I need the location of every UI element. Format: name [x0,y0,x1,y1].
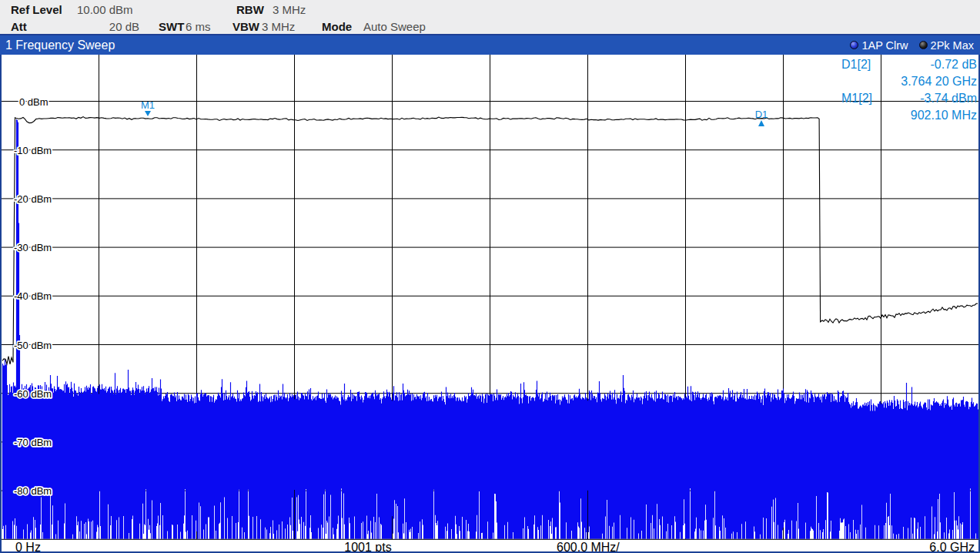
settings-header: Ref Level 10.00 dBm RBW 3 MHz Att 20 dB … [0,0,980,34]
svg-text:-60 dBm: -60 dBm [14,388,52,400]
svg-text:-40 dBm: -40 dBm [14,290,52,302]
delta-marker-freq: 3.764 20 GHz [901,73,977,90]
delta-marker-level: -0.72 dB [931,56,977,73]
trace2-color-icon [919,41,928,49]
marker-d1-glyph[interactable]: D1 [753,109,770,126]
spectrum-display: 0 dBm-10 dBm-20 dBm-30 dBm-40 dBm-50 dBm… [0,55,980,553]
spectrum-plot-svg: 0 dBm-10 dBm-20 dBm-30 dBm-40 dBm-50 dBm… [0,55,980,553]
vbw-value[interactable]: 3 MHz [262,20,295,33]
window-border-left [0,55,2,553]
marker1-freq: 902.10 MHz [911,107,977,124]
trace2-legend-item[interactable]: 2Pk Max [919,39,974,52]
svg-text:-80 dBm: -80 dBm [14,485,52,497]
rbw-label[interactable]: RBW [236,3,264,16]
marker-readout-row: 3.764 20 GHz [841,73,977,90]
svg-text:-30 dBm: -30 dBm [14,242,52,253]
svg-text:-10 dBm: -10 dBm [14,145,52,156]
trace2-legend-label: 2Pk Max [931,39,974,52]
mode-label[interactable]: Mode [322,20,352,33]
marker1-level: -3.74 dBm [920,90,977,107]
rbw-value[interactable]: 3 MHz [273,3,306,16]
marker-m1-glyph[interactable]: M1 [139,100,156,116]
vbw-label[interactable]: VBW [232,20,259,33]
ref-level-label[interactable]: Ref Level [11,3,62,16]
trace1-legend-item[interactable]: 1AP Clrw [850,39,908,52]
swt-value[interactable]: 6 ms [186,20,211,33]
spectrum-analyzer-screen: { "header": { "rows": [ [ {"label": "Ref… [0,0,980,553]
swt-label[interactable]: SWT [159,20,184,33]
window-title: 1 Frequency Sweep [5,39,115,52]
marker-d1-label: D1 [755,109,768,120]
marker-m1-label: M1 [141,99,155,111]
trace-legend: 1AP Clrw 2Pk Max [839,39,974,52]
att-label[interactable]: Att [11,20,27,33]
marker-readout-row: D1[2] -0.72 dB [841,56,977,73]
delta-marker-name: D1[2] [841,56,871,73]
mode-value[interactable]: Auto Sweep [363,20,426,33]
svg-text:-50 dBm: -50 dBm [14,340,52,351]
trace1-legend-label: 1AP Clrw [861,39,908,52]
svg-text:-70 dBm: -70 dBm [14,437,52,448]
marker-up-triangle-icon [758,120,764,126]
marker-down-triangle-icon [145,111,151,116]
window-titlebar[interactable]: 1 Frequency Sweep 1AP Clrw 2Pk Max [0,34,980,55]
marker-readout: D1[2] -0.72 dB 3.764 20 GHz M1[2] -3.74 … [841,56,977,124]
trace1-color-icon [850,41,858,49]
marker1-name: M1[2] [841,90,872,107]
att-value[interactable]: 20 dB [77,20,139,33]
marker-readout-row: 902.10 MHz [841,107,977,124]
svg-text:0 dBm: 0 dBm [19,96,48,108]
marker-readout-row: M1[2] -3.74 dBm [841,90,977,107]
ref-level-value[interactable]: 10.00 dBm [77,3,133,16]
svg-text:-20 dBm: -20 dBm [14,193,52,205]
